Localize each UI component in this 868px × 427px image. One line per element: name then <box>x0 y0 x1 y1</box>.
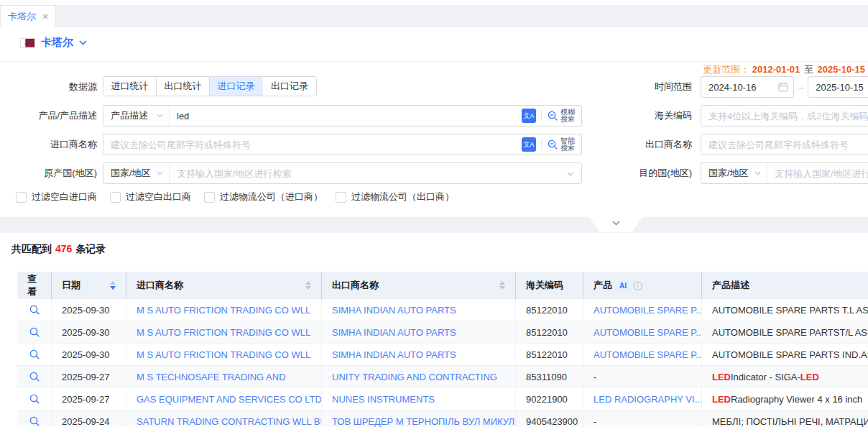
column-label: 产品 <box>594 279 612 292</box>
importer-label: 进口商名称 <box>7 134 97 155</box>
importer-link[interactable]: M S AUTO FRICTION TRADING CO WLL <box>137 305 310 316</box>
collapse-filters-button[interactable] <box>589 217 642 232</box>
sort-button[interactable] <box>499 281 505 290</box>
update-range: 更新范围： 2012-01-01 至 2025-10-15 <box>703 63 865 76</box>
checkbox-icon[interactable] <box>110 192 121 203</box>
view-record-button[interactable] <box>29 371 40 382</box>
column-header-2[interactable]: 日期 <box>52 272 126 299</box>
sort-asc-icon <box>499 281 505 285</box>
product-cell: AUTOMOBILE SPARE P... <box>583 321 702 343</box>
description-cell: AUTOMOBILE SPARE PARTS T.L ASSY ... <box>702 299 868 321</box>
info-icon[interactable] <box>633 281 642 290</box>
hs-code-input[interactable] <box>701 105 868 127</box>
product-search-input[interactable] <box>170 106 522 125</box>
zoom-out-search-icon <box>547 110 558 121</box>
product-link[interactable]: AUTOMOBILE SPARE P... <box>594 327 702 338</box>
datasource-segment: 进口统计出口统计进口记录出口记录 <box>103 76 317 96</box>
exporter-link[interactable]: SIMHA INDIAN AUTO PARTS <box>332 305 456 316</box>
column-header-4[interactable]: 出口商名称 <box>322 272 516 299</box>
view-record-button[interactable] <box>29 349 40 360</box>
datasource-option-3[interactable]: 进口记录 <box>210 77 263 96</box>
exporter-link[interactable]: ТОВ ШРЕДЕР М ТЕРНОПІЛЬ ВУЛ МИКУЛИ... <box>332 416 516 427</box>
filter-checkbox-4[interactable]: 过滤物流公司（出口商） <box>336 190 454 203</box>
calendar-icon[interactable] <box>778 82 788 92</box>
importer-link[interactable]: M S TECHNOSAFE TRADING AND <box>137 372 286 382</box>
table-row: 2025-09-24SATURN TRADING CONTRACTING WLL… <box>17 410 868 427</box>
datasource-option-1[interactable]: 进口统计 <box>103 77 157 96</box>
column-header-6: 产品AI <box>583 272 702 299</box>
importer-link[interactable]: M S AUTO FRICTION TRADING CO WLL <box>137 349 310 360</box>
translate-icon[interactable]: 文A <box>522 137 536 152</box>
importer-link[interactable]: GAS EQUIPMENT AND SERVICES CO LTD <box>137 394 322 405</box>
view-record-button[interactable] <box>29 415 40 427</box>
product-link[interactable]: AUTOMOBILE SPARE P... <box>594 305 702 316</box>
destination-country-label: 目的国(地区) <box>617 162 692 184</box>
product-cell: AUTOMOBILE SPARE P... <box>583 344 702 365</box>
tab-qatar[interactable]: 卡塔尔 × <box>0 5 56 27</box>
description-text: AUTOMOBILE SPARE PARTS T.L ASSY ... <box>712 305 868 316</box>
origin-country-select[interactable]: 国家/地区 <box>103 163 170 183</box>
chevron-down-icon[interactable] <box>567 172 574 177</box>
filter-checkbox-row: 过滤空白进口商过滤空白出口商过滤物流公司（进口商）过滤物流公司（出口商） <box>16 190 454 203</box>
checkbox-icon[interactable] <box>336 192 346 203</box>
hs-code-cell: 85122010 <box>516 321 583 343</box>
date-cell: 2025-09-27 <box>52 366 126 387</box>
importer-link[interactable]: SATURN TRADING CONTRACTING WLL BUI... <box>137 416 322 427</box>
keyword-highlight: LED <box>712 394 731 405</box>
chevron-down-icon <box>612 221 620 226</box>
hs-code-cell: 9405423900 <box>516 410 583 427</box>
importer-link[interactable]: M S AUTO FRICTION TRADING CO WLL <box>137 327 310 338</box>
destination-country-input[interactable] <box>767 164 868 183</box>
page-title: 卡塔尔 <box>41 36 73 50</box>
sort-button[interactable] <box>110 281 116 290</box>
country-header: 卡塔尔 <box>20 36 87 50</box>
table-row: 2025-09-30M S AUTO FRICTION TRADING CO W… <box>17 299 868 321</box>
translate-icon[interactable]: 文A <box>522 109 536 123</box>
end-date-input[interactable] <box>808 76 868 98</box>
origin-country-filter: 国家/地区 <box>103 162 582 184</box>
exporter-link[interactable]: UNITY TRADING AND CONTRACTING <box>332 372 497 382</box>
destination-country-select[interactable]: 国家/地区 <box>701 163 767 183</box>
product-link[interactable]: LED RADIOGRAPHY VI... <box>594 394 702 405</box>
filter-checkbox-1[interactable]: 过滤空白进口商 <box>16 190 97 203</box>
exporter-link[interactable]: SIMHA INDIAN AUTO PARTS <box>332 349 456 360</box>
exporter-link[interactable]: NUNES INSTRUMENTS <box>332 394 435 405</box>
chevron-down-icon[interactable] <box>79 40 87 45</box>
view-record-button[interactable] <box>29 393 40 405</box>
exporter-search-input[interactable] <box>701 134 868 155</box>
datasource-option-4[interactable]: 出口记录 <box>263 77 316 96</box>
column-header-3[interactable]: 进口商名称 <box>126 272 322 299</box>
view-record-button[interactable] <box>29 326 40 338</box>
filter-checkbox-3[interactable]: 过滤物流公司（进口商） <box>204 190 323 203</box>
sort-asc-icon <box>110 281 116 285</box>
filter-checkbox-2[interactable]: 过滤空白出口商 <box>110 190 191 203</box>
column-label: 查看 <box>27 272 41 298</box>
product-link[interactable]: AUTOMOBILE SPARE P... <box>594 349 702 360</box>
product-type-select[interactable]: 产品描述 <box>103 106 170 126</box>
importer-search-input[interactable] <box>103 135 522 154</box>
importer-cell: SATURN TRADING CONTRACTING WLL BUI... <box>126 410 322 427</box>
description-cell: LED Indicator - SIGA-LED <box>702 366 868 387</box>
description-cell: LED Radiography Viewer 4 x 16 inch <box>702 388 868 410</box>
match-suffix: 条记录 <box>75 243 106 254</box>
view-record-button[interactable] <box>29 304 40 316</box>
checkbox-icon[interactable] <box>16 192 27 203</box>
column-label: 海关编码 <box>526 279 563 292</box>
origin-country-input[interactable] <box>170 164 567 183</box>
exporter-label: 出口商名称 <box>617 134 692 155</box>
importer-cell: M S AUTO FRICTION TRADING CO WLL <box>126 321 322 343</box>
close-icon[interactable]: × <box>42 12 48 22</box>
exporter-link[interactable]: SIMHA INDIAN AUTO PARTS <box>332 327 456 338</box>
checkbox-icon[interactable] <box>204 192 215 203</box>
sort-desc-icon <box>499 286 505 290</box>
column-label: 日期 <box>62 279 80 292</box>
importer-filter: 文A 智能搜索 <box>103 134 582 155</box>
fuzzy-search-button[interactable]: 模糊搜索 <box>547 109 575 123</box>
view-cell <box>17 299 52 321</box>
datasource-option-2[interactable]: 出口统计 <box>157 77 210 96</box>
date-cell: 2025-09-30 <box>52 344 126 365</box>
product-type-value: 产品描述 <box>111 109 148 122</box>
smart-search-button[interactable]: 智能搜索 <box>547 137 575 152</box>
update-range-label: 更新范围： <box>703 64 749 75</box>
sort-button[interactable] <box>305 281 311 290</box>
